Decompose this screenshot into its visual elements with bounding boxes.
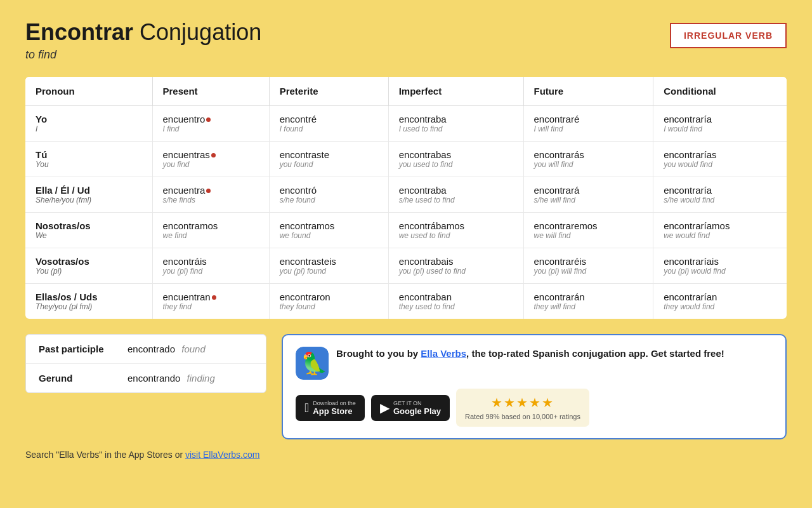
past-participle-row: Past participle encontrado found [26, 335, 266, 364]
past-participle-value: encontrado found [128, 344, 206, 354]
cell-present: encuentras you find [152, 142, 269, 177]
col-header-future: Future [523, 77, 653, 106]
table-row: Vosotras/os You (pl) encontráis you (pl)… [25, 248, 787, 284]
cell-future: encontraréis you (pl) will find [523, 248, 653, 284]
table-row: Nosotras/os We encontramos we find encon… [25, 213, 787, 248]
cell-present: encuentran they find [152, 284, 269, 319]
cell-conditional: encontraría I would find [653, 106, 787, 142]
table-row: Yo I encuentro I find encontré I found e… [25, 106, 787, 142]
rating-text: Rated 98% based on 10,000+ ratings [465, 413, 580, 420]
cell-imperfect: encontrabas you used to find [388, 142, 523, 177]
cell-preterite: encontré I found [269, 106, 388, 142]
footer-text: Search "Ella Verbs" in the App Stores or [25, 450, 185, 460]
col-header-present: Present [152, 77, 269, 106]
table-row: Ellas/os / Uds They/you (pl fml) encuent… [25, 284, 787, 319]
col-header-conditional: Conditional [653, 77, 787, 106]
footer-search: Search "Ella Verbs" in the App Stores or… [25, 450, 787, 460]
cell-conditional: encontraríamos we would find [653, 213, 787, 248]
store-buttons:  Download on the App Store ▶ GET IT ON … [296, 389, 773, 427]
cell-conditional: encontraría s/he would find [653, 177, 787, 213]
page-title: Encontrar Conjugation [25, 19, 261, 46]
bottom-section: Past participle encontrado found Gerund … [25, 334, 787, 439]
promo-box: 🦜 Brought to you by Ella Verbs, the top-… [282, 334, 787, 439]
cell-present: encuentra s/he finds [152, 177, 269, 213]
cell-preterite: encontraron they found [269, 284, 388, 319]
google-play-icon: ▶ [380, 400, 390, 415]
cell-imperfect: encontrabais you (pl) used to find [388, 248, 523, 284]
promo-header: 🦜 Brought to you by Ella Verbs, the top-… [296, 347, 773, 380]
title-block: Encontrar Conjugation to find [25, 19, 261, 62]
cell-future: encontraré I will find [523, 106, 653, 142]
app-store-big-label: App Store [313, 406, 356, 416]
col-header-pronoun: Pronoun [25, 77, 152, 106]
cell-pronoun: Ellas/os / Uds They/you (pl fml) [25, 284, 152, 319]
gerund-row: Gerund encontrando finding [26, 364, 266, 392]
google-play-small-label: GET IT ON [393, 400, 441, 406]
cell-preterite: encontraste you found [269, 142, 388, 177]
title-normal: Conjugation [133, 19, 261, 45]
cell-pronoun: Vosotras/os You (pl) [25, 248, 152, 284]
google-play-big-label: Google Play [393, 406, 441, 416]
cell-imperfect: encontrábamos we used to find [388, 213, 523, 248]
cell-preterite: encontramos we found [269, 213, 388, 248]
cell-conditional: encontrarías you would find [653, 142, 787, 177]
app-store-button[interactable]:  Download on the App Store [296, 395, 365, 421]
cell-pronoun: Ella / Él / Ud She/he/you (fml) [25, 177, 152, 213]
cell-future: encontraremos we will find [523, 213, 653, 248]
cell-imperfect: encontraba s/he used to find [388, 177, 523, 213]
verb-translation: to find [25, 48, 261, 62]
table-row: Tú You encuentras you find encontraste y… [25, 142, 787, 177]
past-participle-label: Past participle [39, 344, 128, 354]
irregular-verb-badge: IRREGULAR VERB [670, 23, 787, 48]
gerund-value: encontrando finding [128, 373, 215, 384]
cell-imperfect: encontraban they used to find [388, 284, 523, 319]
col-header-preterite: Preterite [269, 77, 388, 106]
rating-box: ★★★★★ Rated 98% based on 10,000+ ratings [456, 389, 589, 427]
promo-text: Brought to you by Ella Verbs, the top-ra… [336, 347, 724, 361]
cell-preterite: encontrasteis you (pl) found [269, 248, 388, 284]
google-play-button[interactable]: ▶ GET IT ON Google Play [371, 395, 450, 421]
verb-name: Encontrar [25, 19, 133, 45]
ella-verbs-link[interactable]: Ella Verbs [421, 348, 466, 359]
cell-future: encontrarás you will find [523, 142, 653, 177]
table-row: Ella / Él / Ud She/he/you (fml) encuentr… [25, 177, 787, 213]
cell-imperfect: encontraba I used to find [388, 106, 523, 142]
app-icon: 🦜 [296, 347, 329, 380]
col-header-imperfect: Imperfect [388, 77, 523, 106]
cell-present: encontráis you (pl) find [152, 248, 269, 284]
page-header: Encontrar Conjugation to find IRREGULAR … [25, 19, 787, 62]
app-store-small-label: Download on the [313, 400, 356, 406]
cell-pronoun: Yo I [25, 106, 152, 142]
participle-table: Past participle encontrado found Gerund … [25, 334, 266, 393]
cell-present: encuentro I find [152, 106, 269, 142]
cell-conditional: encontraríais you (pl) would find [653, 248, 787, 284]
apple-icon:  [304, 401, 309, 415]
cell-conditional: encontrarían they would find [653, 284, 787, 319]
cell-present: encontramos we find [152, 213, 269, 248]
cell-pronoun: Tú You [25, 142, 152, 177]
ella-verbs-website-link[interactable]: visit EllaVerbs.com [185, 450, 259, 460]
cell-pronoun: Nosotras/os We [25, 213, 152, 248]
star-rating: ★★★★★ [465, 395, 580, 410]
conjugation-table: Pronoun Present Preterite Imperfect Futu… [25, 77, 787, 319]
cell-preterite: encontró s/he found [269, 177, 388, 213]
cell-future: encontrará s/he will find [523, 177, 653, 213]
svg-text:🦜: 🦜 [301, 351, 328, 377]
gerund-label: Gerund [39, 373, 128, 384]
cell-future: encontrarán they will find [523, 284, 653, 319]
